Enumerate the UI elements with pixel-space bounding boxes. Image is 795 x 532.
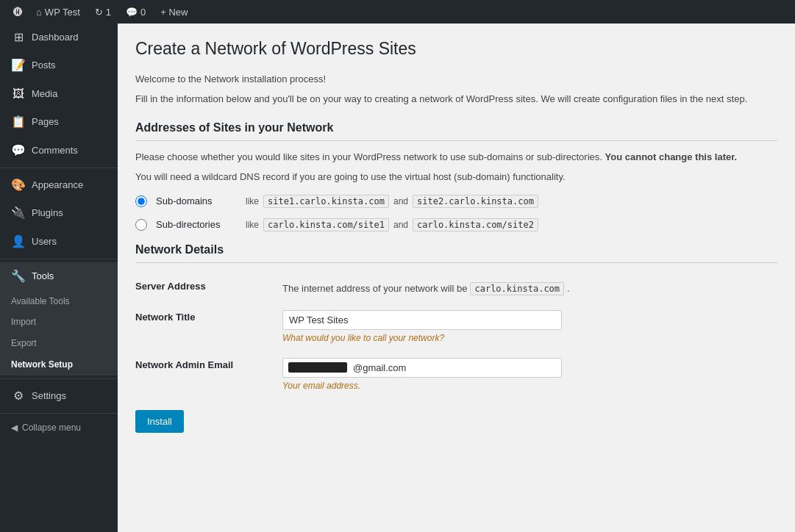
form-table: Server Address The internet address of y…: [135, 272, 777, 398]
available-tools-label: Available Tools: [11, 295, 70, 308]
adminbar-updates-count: 1: [106, 7, 111, 18]
subdirectories-and: and: [393, 220, 408, 230]
sidebar-item-available-tools[interactable]: Available Tools: [0, 291, 118, 312]
sidebar-label-appearance: Appearance: [32, 179, 83, 192]
subdomains-example-prefix: like: [246, 196, 259, 206]
server-address-value: carlo.kinsta.com: [470, 282, 564, 295]
comments-icon: 💬: [126, 7, 138, 18]
plugins-icon: 🔌: [11, 205, 26, 221]
subdirectories-row: Sub-directories like carlo.kinsta.com/si…: [135, 218, 777, 231]
subdomains-and: and: [393, 196, 408, 206]
collapse-menu[interactable]: ◀ Collapse menu: [0, 417, 118, 439]
posts-icon: 📝: [11, 57, 26, 73]
network-email-label: Network Admin Email: [135, 351, 282, 398]
tools-icon: 🔧: [11, 268, 26, 284]
sidebar-item-comments[interactable]: 💬 Comments: [0, 137, 118, 165]
admin-bar: 🅦 ⌂ WP Test ↻ 1 💬 0 + New: [0, 0, 795, 24]
media-icon: 🖼: [11, 86, 26, 102]
subdirectories-label[interactable]: Sub-directories: [156, 219, 237, 230]
sidebar-label-media: Media: [32, 87, 57, 101]
email-redacted-prefix: [288, 362, 347, 373]
email-at-gmail: @gmail.com: [353, 362, 406, 373]
adminbar-new-label: + New: [160, 7, 188, 18]
sidebar-label-users: Users: [32, 235, 57, 248]
sidebar-divider-3: [0, 378, 118, 379]
notice1-bold: You cannot change this later.: [605, 151, 738, 162]
pages-icon: 📋: [11, 114, 26, 130]
adminbar-site[interactable]: ⌂ WP Test: [29, 0, 88, 24]
server-address-suffix: .: [567, 283, 570, 294]
sidebar: ⊞ Dashboard 📝 Posts 🖼 Media 📋 Pages 💬 Co…: [0, 24, 118, 532]
network-title-label: Network Title: [135, 303, 282, 351]
sidebar-item-pages[interactable]: 📋 Pages: [0, 108, 118, 136]
sidebar-label-settings: Settings: [32, 389, 66, 403]
comments-menu-icon: 💬: [11, 143, 26, 159]
subdomains-row: Sub-domains like site1.carlo.kinsta.com …: [135, 195, 777, 208]
subdirectories-examples: like carlo.kinsta.com/site1 and carlo.ki…: [246, 218, 538, 231]
wp-logo[interactable]: 🅦: [7, 0, 29, 24]
collapse-label: Collapse menu: [22, 423, 81, 433]
network-title-input[interactable]: [282, 310, 562, 330]
sidebar-item-dashboard[interactable]: ⊞ Dashboard: [0, 24, 118, 51]
description-text: Fill in the information below and you'll…: [135, 92, 777, 107]
import-label: Import: [11, 316, 36, 328]
adminbar-site-name: WP Test: [45, 7, 80, 18]
sidebar-item-export[interactable]: Export: [0, 333, 118, 354]
subdomains-radio[interactable]: [135, 195, 147, 207]
subdirectories-example-prefix: like: [246, 220, 259, 230]
users-icon: 👤: [11, 234, 26, 250]
sidebar-label-comments: Comments: [32, 144, 78, 157]
sidebar-item-network-setup[interactable]: Network Setup: [0, 354, 118, 375]
appearance-icon: 🎨: [11, 177, 26, 193]
sidebar-label-posts: Posts: [32, 59, 56, 72]
sidebar-divider-4: [0, 413, 118, 414]
settings-icon: ⚙: [11, 388, 26, 404]
sidebar-item-media[interactable]: 🖼 Media: [0, 80, 118, 108]
subdirectories-example1: carlo.kinsta.com/site1: [263, 218, 389, 231]
sidebar-item-appearance[interactable]: 🎨 Appearance: [0, 171, 118, 199]
updates-icon: ↻: [95, 7, 103, 18]
network-title-hint: What would you like to call your network…: [282, 333, 777, 343]
server-address-row: Server Address The internet address of y…: [135, 272, 777, 303]
section1-title: Addresses of Sites in your Network: [135, 121, 777, 141]
export-label: Export: [11, 337, 37, 350]
wp-logo-icon: 🅦: [13, 7, 23, 18]
sidebar-label-tools: Tools: [32, 270, 54, 283]
adminbar-comments[interactable]: 💬 0: [118, 0, 153, 24]
install-button[interactable]: Install: [135, 410, 184, 433]
home-icon: ⌂: [36, 7, 42, 18]
welcome-text: Welcome to the Network installation proc…: [135, 72, 777, 87]
adminbar-new[interactable]: + New: [153, 0, 195, 24]
subdomains-example1: site1.carlo.kinsta.com: [263, 195, 389, 208]
notice1-text: Please choose whether you would like sit…: [135, 151, 602, 162]
sidebar-item-settings[interactable]: ⚙ Settings: [0, 382, 118, 410]
subdirectories-radio[interactable]: [135, 219, 147, 231]
network-email-hint: Your email address.: [282, 381, 777, 391]
page-title: Create a Network of WordPress Sites: [135, 38, 777, 60]
sidebar-divider-1: [0, 168, 118, 168]
dashboard-icon: ⊞: [11, 29, 26, 46]
server-address-line: The internet address of your network wil…: [282, 279, 777, 295]
sidebar-label-plugins: Plugins: [32, 206, 63, 220]
sidebar-item-posts[interactable]: 📝 Posts: [0, 51, 118, 79]
section2-title: Network Details: [135, 243, 777, 263]
network-title-row: Network Title What would you like to cal…: [135, 303, 777, 351]
server-address-prefix: The internet address of your network wil…: [282, 283, 467, 294]
sidebar-item-plugins[interactable]: 🔌 Plugins: [0, 199, 118, 227]
sidebar-label-dashboard: Dashboard: [32, 31, 79, 44]
subdomains-examples: like site1.carlo.kinsta.com and site2.ca…: [246, 195, 538, 208]
network-email-row: Network Admin Email @gmail.com Your emai…: [135, 351, 777, 398]
subdomains-example2: site2.carlo.kinsta.com: [413, 195, 538, 208]
sidebar-item-users[interactable]: 👤 Users: [0, 228, 118, 256]
adminbar-updates[interactable]: ↻ 1: [88, 0, 118, 24]
sidebar-divider-2: [0, 259, 118, 259]
notice2: You will need a wildcard DNS record if y…: [135, 170, 777, 184]
subdomains-label[interactable]: Sub-domains: [156, 195, 237, 206]
tools-submenu: Available Tools Import Export Network Se…: [0, 291, 118, 375]
network-setup-label: Network Setup: [11, 359, 73, 371]
main-content: Create a Network of WordPress Sites Welc…: [118, 24, 795, 532]
sidebar-item-tools[interactable]: 🔧 Tools: [0, 262, 118, 290]
server-address-label: Server Address: [135, 272, 282, 303]
notice1: Please choose whether you would like sit…: [135, 150, 777, 165]
sidebar-item-import[interactable]: Import: [0, 312, 118, 333]
